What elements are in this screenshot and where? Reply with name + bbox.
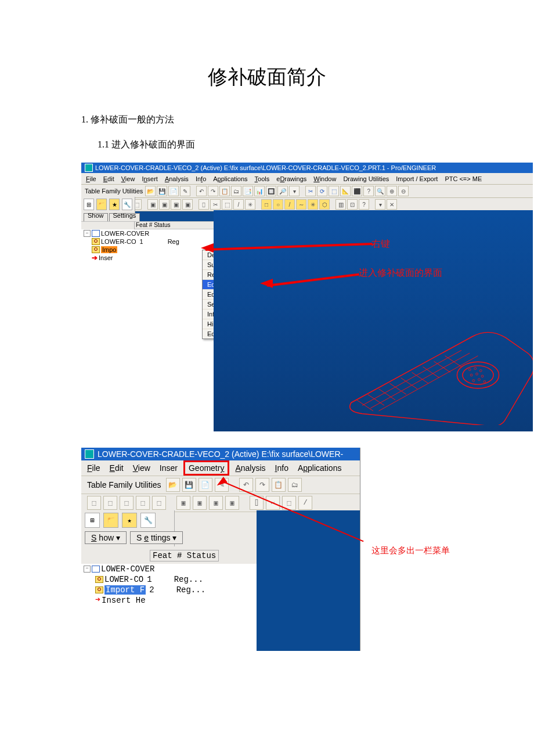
menu-insert[interactable]: Insert	[142, 175, 158, 182]
tool-icon[interactable]: ⬚	[136, 496, 150, 510]
menu-view[interactable]: View	[133, 463, 150, 473]
tool-icon[interactable]: □	[261, 199, 272, 210]
menu-geometry-highlighted[interactable]: Geometry	[183, 460, 229, 476]
tree-item[interactable]: LOWER-CO 1 Reg	[81, 237, 214, 246]
menu-edit[interactable]: Edit	[110, 463, 124, 473]
tool-icon[interactable]: 📐	[340, 186, 351, 196]
tree-root[interactable]: − LOWER-COVER	[81, 229, 214, 237]
tool-icon[interactable]: /	[233, 199, 244, 210]
tool-icon[interactable]: ∼	[296, 199, 306, 210]
tree-item-selected[interactable]: Impo	[81, 246, 214, 254]
tool-icon[interactable]: ▾	[375, 199, 385, 210]
menu-info[interactable]: Info	[275, 463, 288, 473]
tool-icon[interactable]: ⬚	[103, 496, 117, 510]
tool-icon[interactable]: 🔧	[140, 513, 156, 528]
tool-icon[interactable]: 📄	[168, 186, 179, 196]
cube-icon[interactable]: ▣	[182, 199, 193, 210]
tool-icon[interactable]: 📂	[166, 478, 180, 492]
tool-icon[interactable]: ⬛	[352, 186, 362, 196]
menu-drawing-utilities[interactable]: Drawing Utilities	[343, 175, 389, 182]
tool-icon[interactable]: 📑	[243, 186, 253, 196]
menu-window[interactable]: Window	[313, 175, 336, 182]
find-icon[interactable]: 🔎	[277, 186, 288, 196]
cube-icon[interactable]: ▣	[225, 496, 239, 510]
menu-file[interactable]: File	[87, 463, 100, 473]
tool-icon[interactable]: /	[284, 199, 295, 210]
menu-tools[interactable]: Tools	[255, 175, 270, 182]
tool-icon[interactable]: ✳	[308, 199, 318, 210]
close-icon[interactable]: ✕	[387, 199, 397, 210]
tool-icon[interactable]: ⬡	[319, 199, 330, 210]
tool-icon[interactable]: ⬚	[87, 496, 101, 510]
cube-icon[interactable]: ▣	[159, 199, 169, 210]
menu-file[interactable]: File	[86, 175, 96, 182]
cube-icon[interactable]: ▣	[171, 199, 181, 210]
help-icon[interactable]: ?	[363, 186, 374, 196]
settings-button[interactable]: Settings ▾	[130, 531, 183, 544]
redo-icon[interactable]: ↷	[255, 478, 269, 492]
show-button[interactable]: Show ▾	[85, 531, 127, 544]
tool-icon[interactable]: ▥	[335, 199, 346, 210]
tool-icon[interactable]: ✳	[245, 199, 255, 210]
tree-icon[interactable]: ⊞	[85, 513, 100, 528]
tool-icon[interactable]: ⬚	[120, 496, 134, 510]
menu-analysis[interactable]: Analysis	[235, 463, 265, 473]
tool-icon[interactable]: ⊡	[347, 199, 358, 210]
tool-icon[interactable]: 🗂	[288, 478, 302, 492]
tool-icon[interactable]: ✂	[210, 199, 221, 210]
help-icon[interactable]: ?	[359, 199, 369, 210]
tree-root[interactable]: − LOWER-COVER	[81, 564, 257, 574]
tool-icon[interactable]: 🔲	[266, 186, 276, 196]
tool-icon[interactable]: ✎	[180, 186, 190, 196]
tool-icon[interactable]: ○	[273, 199, 283, 210]
tool-icon[interactable]: /	[298, 496, 312, 510]
menu-applications[interactable]: Applications	[213, 175, 247, 182]
folder-icon[interactable]: 📁	[96, 199, 107, 210]
tool-icon[interactable]: ▾	[289, 186, 300, 196]
menu-edrawings[interactable]: eDrawings	[276, 175, 306, 182]
tool-icon[interactable]: 🔧	[122, 199, 132, 210]
redo-icon[interactable]: ↷	[208, 186, 218, 196]
tree-item[interactable]: LOWER-CO 1 Reg...	[81, 574, 257, 585]
menu-ptc[interactable]: PTC <=> ME	[445, 175, 482, 182]
cube-icon[interactable]: ▣	[147, 199, 158, 210]
menu-view[interactable]: View	[121, 175, 135, 182]
cube-icon[interactable]: ▣	[209, 496, 223, 510]
copy-icon[interactable]: 📋	[219, 186, 230, 196]
cube-icon[interactable]: ▣	[176, 496, 190, 510]
tool-icon[interactable]: ⌷	[199, 199, 209, 210]
tool-icon[interactable]: ⬚	[329, 186, 339, 196]
star-icon[interactable]: ★	[122, 513, 137, 528]
collapse-icon[interactable]: −	[84, 566, 91, 573]
menu-edit[interactable]: Edit	[103, 175, 114, 182]
tree-item-insert[interactable]: ➔ Inser	[81, 254, 214, 262]
tree-item-insert[interactable]: ➔ Insert He	[81, 595, 257, 606]
tree-icon[interactable]: ⊞	[84, 199, 94, 210]
tool-icon[interactable]: ⬚	[152, 496, 166, 510]
tool-icon[interactable]: ⟳	[317, 186, 327, 196]
tool-icon[interactable]: ✂	[305, 186, 316, 196]
zoom-out-icon[interactable]: ⊖	[398, 186, 409, 196]
tool-icon[interactable]: 📂	[145, 186, 156, 196]
collapse-icon[interactable]: −	[84, 230, 91, 237]
tool-icon[interactable]: 🗂	[231, 186, 241, 196]
cube-icon[interactable]: ▣	[193, 496, 207, 510]
tool-icon[interactable]: ⬚	[222, 199, 232, 210]
menu-import-export[interactable]: Import / Export	[396, 175, 438, 182]
undo-icon[interactable]: ↶	[196, 186, 207, 196]
folder-icon[interactable]: 📁	[103, 513, 118, 528]
tool-icon[interactable]: 📊	[254, 186, 265, 196]
menu-info[interactable]: Info	[196, 175, 206, 182]
tool-icon[interactable]: 💾	[157, 186, 167, 196]
tool-icon[interactable]: 📄	[199, 478, 212, 492]
menu-applications[interactable]: Applications	[298, 463, 342, 473]
tool-icon[interactable]: 💾	[182, 478, 196, 492]
zoom-in-icon[interactable]: ⊕	[387, 186, 397, 196]
viewport-3d[interactable]	[257, 510, 360, 651]
copy-icon[interactable]: 📋	[272, 478, 286, 492]
menu-analysis[interactable]: Analysis	[165, 175, 189, 182]
star-icon[interactable]: ★	[109, 199, 120, 210]
tree-item-selected[interactable]: Import F 2 Reg...	[81, 585, 257, 595]
tool-icon[interactable]: 🔍	[375, 186, 385, 196]
menu-insert[interactable]: Inser	[160, 463, 178, 473]
